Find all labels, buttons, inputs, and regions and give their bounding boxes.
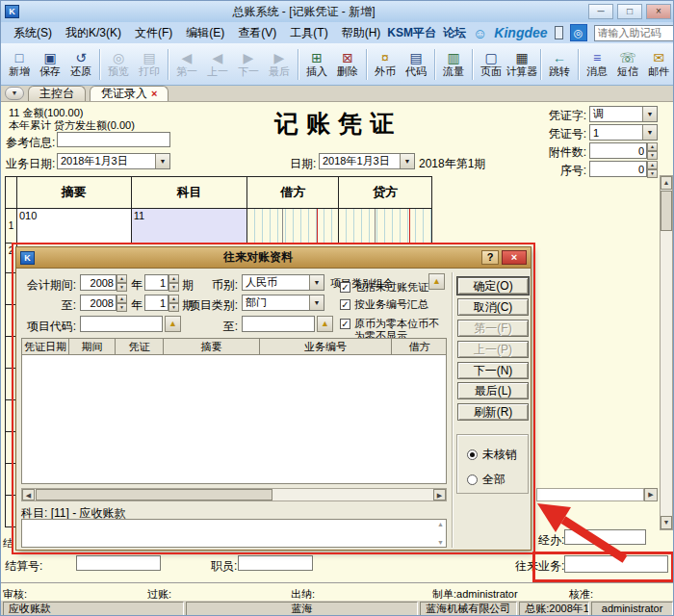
mnemonic-search-input[interactable] <box>594 25 674 41</box>
hscroll-thumb[interactable] <box>36 489 272 500</box>
biz-date-combo[interactable]: 2018年1月3日 ▼ <box>57 153 170 169</box>
toolbar-button-sms[interactable]: ☏短信 <box>612 45 643 84</box>
debit-cell[interactable] <box>247 209 339 243</box>
checkbox-check-icon[interactable]: ✓ <box>340 299 350 310</box>
close-icon[interactable]: × <box>646 4 671 19</box>
year-to-input[interactable] <box>80 295 117 311</box>
spin-up-icon[interactable]: ▲ <box>117 295 127 303</box>
toolbar-button-message[interactable]: ≡消息 <box>582 45 612 84</box>
chevron-down-icon[interactable]: ▼ <box>309 275 324 290</box>
menu-my-k3[interactable]: 我的K/3(K) <box>59 23 128 43</box>
scroll-up-icon[interactable]: ▲ <box>661 176 672 190</box>
spin-up-icon[interactable]: ▲ <box>168 295 179 303</box>
spin-down-icon[interactable]: ▼ <box>647 169 658 178</box>
serial-stepper[interactable]: ▲▼ <box>589 161 658 177</box>
staff-input[interactable] <box>238 555 313 571</box>
checkbox-check-icon[interactable]: ✓ <box>340 282 350 293</box>
chevron-down-icon[interactable]: ▼ <box>400 154 414 168</box>
toolbar-button-save[interactable]: ▣保存 <box>35 45 65 84</box>
dialog-close-icon[interactable]: × <box>502 250 527 265</box>
dialog-note-textarea[interactable]: ▲ ▼ <box>21 519 447 548</box>
chevron-down-icon[interactable]: ▼ <box>642 125 657 140</box>
toolbar-button-foreign-currency[interactable]: ¤外币 <box>370 45 401 84</box>
tab-dropdown-icon[interactable]: ▼ <box>5 87 24 100</box>
menu-edit[interactable]: 编辑(E) <box>179 23 231 43</box>
chevron-down-icon[interactable]: ▼ <box>642 107 657 121</box>
search-icon[interactable]: ◎ <box>570 24 587 41</box>
dlg-col-header[interactable]: 摘要 <box>164 339 260 354</box>
toolbar-button-new[interactable]: □新增 <box>4 45 35 84</box>
voucher-no-combo[interactable]: 1 ▼ <box>589 124 658 141</box>
reference-input[interactable] <box>57 132 170 147</box>
item-type-combo[interactable]: 部门 ▼ <box>242 295 324 311</box>
serial-input[interactable] <box>589 161 647 177</box>
next-button[interactable]: 下一(N) <box>457 362 529 379</box>
tab-voucher-entry[interactable]: 凭证录入× <box>90 86 168 101</box>
date-combo[interactable]: 2018年1月3日 ▼ <box>319 153 415 169</box>
item-code-input[interactable] <box>80 316 163 332</box>
summary-cell[interactable]: 010 <box>17 209 132 243</box>
handler-input[interactable] <box>564 529 646 545</box>
code-to-input[interactable] <box>242 316 315 332</box>
dialog-hscrollbar[interactable]: ◀ ▶ <box>21 488 447 501</box>
toolbar-button-page[interactable]: ▢页面 <box>476 45 506 84</box>
radio-dot-icon[interactable] <box>467 475 478 485</box>
dlg-col-header[interactable]: 借方 <box>392 339 447 354</box>
spin-up-icon[interactable]: ▲ <box>168 274 179 283</box>
code-to-browse-icon[interactable]: ▲ <box>317 316 333 332</box>
textarea-up-icon[interactable]: ▲ <box>437 521 444 527</box>
reconciliation-table[interactable]: 凭证日期期间凭证摘要业务编号借方 <box>21 338 447 484</box>
voucher-word-combo[interactable]: 调 ▼ <box>589 106 658 122</box>
spin-down-icon[interactable]: ▼ <box>168 283 179 292</box>
tab-console[interactable]: 主控台 <box>28 86 86 101</box>
scroll-left-icon[interactable]: ◀ <box>22 489 35 500</box>
toolbar-button-calculator[interactable]: ▦计算器 <box>506 45 537 84</box>
scroll-down-icon[interactable]: ▼ <box>661 516 672 529</box>
toolbar-button-restore[interactable]: ↺还原 <box>65 45 96 84</box>
smiley-icon[interactable]: ☺ <box>473 26 487 40</box>
period-to-stepper[interactable]: ▲▼ <box>144 295 179 311</box>
voucher-vscrollbar[interactable]: ▲ ▼ <box>660 175 673 530</box>
radio-all[interactable]: 全部 <box>467 472 506 488</box>
toolbar-button-insert[interactable]: ⊞插入 <box>301 45 332 84</box>
ksm-platform-link[interactable]: KSM平台 <box>387 25 436 41</box>
account-cell[interactable]: 11 <box>132 209 248 243</box>
toolbar-button-code[interactable]: ▤代码 <box>401 45 431 84</box>
year-from-stepper[interactable]: ▲▼ <box>80 274 127 291</box>
year-to-stepper[interactable]: ▲▼ <box>80 295 127 311</box>
chevron-down-icon[interactable]: ▼ <box>309 295 324 310</box>
textarea-down-icon[interactable]: ▼ <box>437 539 444 546</box>
business-input[interactable] <box>564 555 668 573</box>
dlg-col-header[interactable]: 凭证日期 <box>22 339 69 354</box>
toolbar-button-cash-flow[interactable]: ▥流量 <box>438 45 469 84</box>
attachments-stepper[interactable]: ▲▼ <box>589 142 658 159</box>
spin-up-icon[interactable]: ▲ <box>647 142 658 151</box>
period-to-input[interactable] <box>144 295 168 311</box>
settlement-no-input[interactable] <box>76 555 161 571</box>
menu-help[interactable]: 帮助(H) <box>335 23 388 43</box>
dlg-col-header[interactable]: 期间 <box>69 339 116 354</box>
menu-tools[interactable]: 工具(T) <box>283 23 334 43</box>
currency-combo[interactable]: 人民币 ▼ <box>242 274 324 291</box>
mobile-icon[interactable] <box>555 26 563 39</box>
spin-up-icon[interactable]: ▲ <box>647 161 658 169</box>
spin-down-icon[interactable]: ▼ <box>117 303 127 312</box>
spin-down-icon[interactable]: ▼ <box>168 303 179 312</box>
spin-down-icon[interactable]: ▼ <box>117 283 127 292</box>
dialog-title-bar[interactable]: K 往来对账资料 ? × <box>16 247 531 269</box>
checkbox-summarize-by-business-no[interactable]: ✓按业务编号汇总 <box>340 298 452 311</box>
menu-view[interactable]: 查看(V) <box>231 23 283 43</box>
item-code-browse-icon[interactable]: ▲ <box>165 316 181 332</box>
chevron-down-icon[interactable]: ▼ <box>155 154 169 168</box>
scroll-right-icon[interactable]: ▶ <box>644 488 658 501</box>
menu-system[interactable]: 系统(S) <box>7 23 59 43</box>
period-from-stepper[interactable]: ▲▼ <box>144 274 179 291</box>
year-from-input[interactable] <box>80 274 117 291</box>
dlg-col-header[interactable]: 凭证 <box>116 339 164 354</box>
period-from-input[interactable] <box>144 274 168 291</box>
scroll-thumb[interactable] <box>661 191 672 231</box>
tab-close-icon[interactable]: × <box>151 88 157 99</box>
scroll-right-icon[interactable]: ▶ <box>433 489 446 500</box>
cancel-button[interactable]: 取消(C) <box>457 298 529 316</box>
attachments-input[interactable] <box>589 142 647 159</box>
